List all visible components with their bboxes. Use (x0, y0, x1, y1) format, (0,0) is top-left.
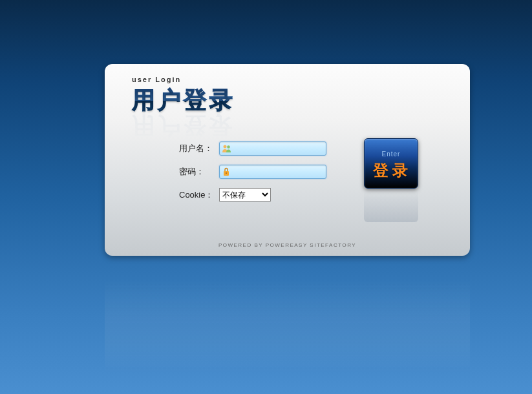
users-icon (222, 143, 232, 154)
username-label: 用户名： (179, 143, 219, 154)
subtitle: user Login (132, 76, 470, 83)
username-input-wrap (219, 141, 326, 156)
panel-header: user Login 用户登录 用户登录 (105, 64, 470, 123)
username-row: 用户名： (179, 141, 392, 156)
title-wrap: 用户登录 用户登录 (132, 85, 470, 123)
cookie-row: Cookie： 不保存 (179, 188, 392, 202)
login-button-label: 登录 (370, 160, 412, 181)
lock-icon (222, 167, 231, 177)
svg-point-0 (224, 145, 227, 149)
password-input-wrap (219, 165, 326, 179)
password-label: 密码： (179, 166, 219, 178)
cookie-label: Cookie： (179, 189, 219, 201)
footer-text: POWERED BY POWEREASY SITEFACTORY (105, 242, 470, 248)
login-panel: user Login 用户登录 用户登录 用户名： 密码 (105, 64, 470, 256)
submit-wrap: Enter 登录 (364, 138, 418, 222)
title-reflection: 用户登录 (132, 109, 235, 141)
login-button[interactable]: Enter 登录 (364, 138, 418, 189)
svg-point-3 (226, 172, 227, 174)
login-button-reflection (364, 190, 418, 222)
cookie-select[interactable]: 不保存 (219, 188, 271, 202)
login-button-sublabel: Enter (382, 150, 401, 158)
password-row: 密码： (179, 165, 392, 179)
cookie-select-wrap: 不保存 (219, 188, 271, 202)
svg-point-1 (227, 145, 230, 149)
password-input[interactable] (231, 165, 333, 178)
login-form: 用户名： 密码： (179, 141, 392, 211)
panel-reflection (105, 257, 470, 373)
username-input[interactable] (232, 142, 334, 155)
